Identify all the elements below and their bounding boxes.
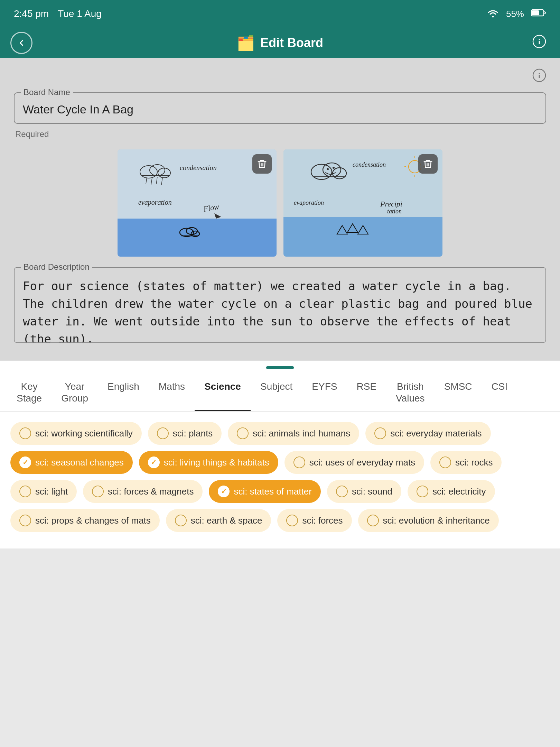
tag-circle (148, 456, 160, 468)
svg-text:condensation: condensation (180, 164, 217, 172)
tab-english[interactable]: English (98, 375, 149, 411)
board-description-label: Board Description (21, 262, 92, 272)
required-text: Required (15, 129, 546, 139)
tag-plants[interactable]: sci: plants (148, 422, 222, 445)
svg-text:tation: tation (387, 208, 402, 215)
board-name-field: Board Name (14, 92, 546, 124)
date: Tue 1 Aug (58, 8, 102, 19)
wifi-icon (487, 8, 499, 20)
tag-label: sci: plants (173, 428, 213, 439)
info-circle-icon[interactable]: i (532, 68, 546, 85)
tag-circle (286, 515, 298, 526)
tag-circle (19, 456, 31, 468)
tabs-container: Key Stage Year Group English Maths Scien… (0, 375, 560, 412)
svg-text:evaporation: evaporation (294, 199, 324, 206)
status-bar-left: 2:45 pm Tue 1 Aug (14, 8, 102, 19)
tag-earth-space[interactable]: sci: earth & space (166, 509, 271, 532)
nav-title: 🗂️ Edit Board (237, 35, 323, 52)
tag-label: sci: everyday materials (390, 428, 482, 439)
svg-rect-10 (118, 219, 277, 257)
delete-image-1-button[interactable] (252, 154, 272, 174)
tag-label: sci: forces & magnets (108, 486, 194, 497)
time: 2:45 pm (14, 8, 49, 19)
tag-electricity[interactable]: sci: electricity (408, 480, 495, 503)
tag-sound[interactable]: sci: sound (327, 480, 401, 503)
tab-science[interactable]: Science (195, 375, 251, 411)
svg-point-0 (492, 16, 494, 17)
tags-row-1: sci: working scientifically sci: plants … (10, 422, 550, 445)
nav-title-text: Edit Board (260, 36, 323, 50)
bottom-panel: Key Stage Year Group English Maths Scien… (0, 360, 560, 548)
tab-british-values[interactable]: British Values (386, 375, 435, 411)
svg-text:i: i (538, 37, 540, 46)
tab-csi[interactable]: CSI (482, 375, 517, 411)
tag-circle (439, 456, 451, 468)
tag-label: sci: electricity (432, 486, 486, 497)
tag-circle (19, 486, 31, 497)
tag-states-of-matter[interactable]: sci: states of matter (209, 480, 320, 503)
tag-label: sci: sound (352, 486, 392, 497)
tag-uses-everyday-mats[interactable]: sci: uses of everyday mats (284, 451, 424, 474)
tag-circle (237, 427, 249, 439)
tag-circle (19, 515, 31, 526)
tab-key-stage[interactable]: Key Stage (7, 375, 52, 411)
tag-circle (19, 427, 31, 439)
board-description-input[interactable]: For our science (states of matter) we cr… (14, 267, 546, 343)
svg-text:condensation: condensation (353, 161, 386, 168)
svg-point-34 (327, 168, 329, 170)
tag-circle (336, 486, 348, 497)
svg-rect-29 (283, 217, 442, 257)
tag-label: sci: animals incl humans (253, 428, 350, 439)
tag-props-changes-mats[interactable]: sci: props & changes of mats (10, 509, 160, 532)
tag-living-things-habitats[interactable]: sci: living things & habitats (139, 451, 278, 474)
tag-circle (92, 486, 104, 497)
tag-everyday-materials[interactable]: sci: everyday materials (365, 422, 491, 445)
tag-label: sci: earth & space (191, 515, 262, 526)
tab-eyfs[interactable]: EYFS (302, 375, 347, 411)
tag-label: sci: forces (302, 515, 343, 526)
board-name-label: Board Name (21, 87, 73, 97)
svg-text:evaporation: evaporation (138, 199, 172, 206)
board-description-field: Board Description For our science (state… (14, 267, 546, 344)
images-row: condensation evaporation Flow (14, 149, 546, 257)
tag-label: sci: working scientifically (35, 428, 133, 439)
tag-label: sci: light (35, 486, 68, 497)
tags-row-4: sci: props & changes of mats sci: earth … (10, 509, 550, 532)
tab-maths[interactable]: Maths (149, 375, 195, 411)
tag-working-scientifically[interactable]: sci: working scientifically (10, 422, 142, 445)
tag-circle (175, 515, 187, 526)
tag-circle (157, 427, 169, 439)
image-thumb-2: condensation evaporation Precipi tation (283, 149, 442, 257)
tag-circle (218, 486, 230, 497)
tag-label: sci: living things & habitats (164, 457, 269, 468)
app-icon: 🗂️ (237, 35, 255, 52)
board-name-input[interactable] (14, 92, 546, 124)
tag-label: sci: rocks (455, 457, 493, 468)
tag-evolution-inheritance[interactable]: sci: evolution & inheritance (358, 509, 499, 532)
tab-year-group[interactable]: Year Group (52, 375, 98, 411)
drag-handle[interactable] (266, 366, 294, 369)
tag-seasonal-changes[interactable]: sci: seasonal changes (10, 451, 133, 474)
info-row: i (14, 68, 546, 85)
tag-label: sci: evolution & inheritance (383, 515, 490, 526)
tag-animals-incl-humans[interactable]: sci: animals incl humans (228, 422, 359, 445)
status-bar: 2:45 pm Tue 1 Aug 55% (0, 0, 560, 28)
svg-rect-2 (532, 10, 539, 15)
svg-text:Precipi: Precipi (380, 200, 402, 208)
tag-rocks[interactable]: sci: rocks (430, 451, 502, 474)
tag-circle (374, 427, 386, 439)
image-thumb-1: condensation evaporation Flow (118, 149, 277, 257)
info-button[interactable]: i (532, 35, 546, 51)
tab-smsc[interactable]: SMSC (435, 375, 482, 411)
tag-light[interactable]: sci: light (10, 480, 77, 503)
tab-subject[interactable]: Subject (251, 375, 302, 411)
delete-image-2-button[interactable] (418, 154, 438, 174)
tag-circle (417, 486, 428, 497)
back-button[interactable] (10, 32, 32, 54)
status-bar-right: 55% (487, 8, 546, 20)
tag-forces-magnets[interactable]: sci: forces & magnets (83, 480, 203, 503)
tags-row-2: sci: seasonal changes sci: living things… (10, 451, 550, 474)
tag-label: sci: seasonal changes (35, 457, 124, 468)
tab-rse[interactable]: RSE (347, 375, 386, 411)
tag-forces[interactable]: sci: forces (277, 509, 352, 532)
